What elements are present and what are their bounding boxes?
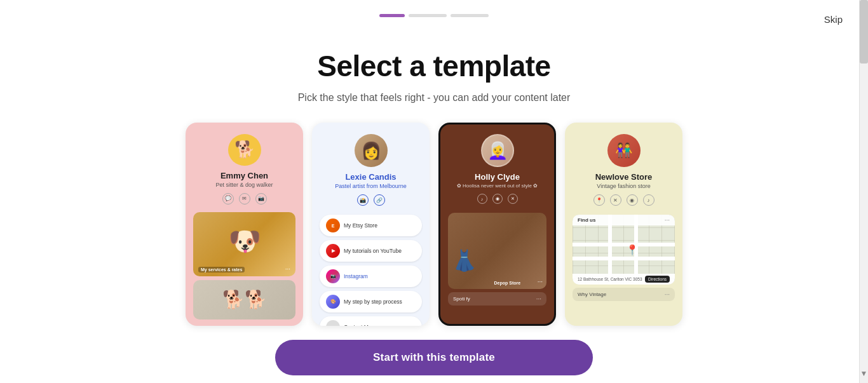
etsy-icon: E bbox=[326, 218, 340, 232]
vintage-bar[interactable]: Why Vintage ··· bbox=[573, 288, 675, 301]
link-etsy-label: My Etsy Store bbox=[344, 222, 377, 229]
cta-wrapper: Start with this template bbox=[0, 340, 868, 383]
link-process-label: My step by step process bbox=[344, 299, 402, 305]
map-more-icon: ··· bbox=[665, 217, 670, 224]
scrollbar-thumb-right[interactable] bbox=[860, 0, 868, 64]
card-subtitle: ✿ Hoolisa never went out of style ✿ bbox=[457, 183, 538, 189]
instagram-icon: 📷 bbox=[255, 193, 267, 205]
social-icons: 💬 ✉ 📷 bbox=[222, 193, 267, 205]
spotify-bar[interactable]: Spoti fy ··· bbox=[448, 292, 546, 306]
scrollbar-right[interactable]: ▼ bbox=[859, 0, 868, 383]
twitter-icon: ✕ bbox=[508, 194, 518, 204]
progress-step-2 bbox=[409, 14, 447, 17]
social-icons: 📍 ✕ ◉ ♪ bbox=[593, 194, 654, 206]
social-icons: 📸 🔗 bbox=[357, 194, 385, 206]
depop-label: Depop Store bbox=[494, 281, 521, 285]
scroll-down-icon[interactable]: ▼ bbox=[860, 369, 868, 378]
template-card-lexie-candis[interactable]: 👩 Lexie Candis Pastel artist from Melbou… bbox=[312, 123, 430, 326]
card-subtitle: Vintage fashion store bbox=[597, 183, 650, 189]
link-instagram[interactable]: 📷 Instagram bbox=[320, 265, 422, 287]
link-youtube[interactable]: ▶ My tutorials on YouTube bbox=[320, 240, 422, 262]
map-find-us-label: Find us bbox=[578, 217, 595, 223]
avatar-person-icon: 👩‍🦳 bbox=[487, 141, 508, 161]
progress-step-3 bbox=[451, 14, 489, 17]
page-subtitle: Pick the style that feels right - you ca… bbox=[0, 92, 868, 104]
map-header: Find us ··· bbox=[573, 215, 675, 225]
vintage-label: Why Vintage bbox=[578, 292, 606, 297]
card-image-dog: 🐶 My services & rates ··· bbox=[193, 212, 295, 276]
avatar: 👫 bbox=[607, 134, 641, 167]
instagram-icon: ◉ bbox=[492, 194, 503, 204]
card-name: Lexie Candis bbox=[345, 172, 396, 182]
instagram-icon: 📷 bbox=[326, 269, 340, 283]
header: Skip bbox=[0, 0, 868, 17]
template-card-newlove-store[interactable]: 👫 Newlove Store Vintage fashion store 📍 … bbox=[565, 123, 682, 326]
title-section: Select a template Pick the style that fe… bbox=[0, 49, 868, 104]
contact-icon: ✉ bbox=[326, 320, 340, 326]
twitter-icon: ✕ bbox=[610, 194, 621, 206]
youtube-icon: ▶ bbox=[326, 244, 340, 258]
dog-emoji: 🐶 bbox=[228, 225, 261, 257]
depop-image: 👗 Depop Store ··· bbox=[448, 213, 546, 289]
spotify-more-icon: ··· bbox=[536, 295, 541, 302]
dogs-emoji: 🐕🐕 bbox=[222, 289, 267, 310]
link-contact[interactable]: ✉ Contact Me bbox=[320, 316, 422, 326]
map-block: 📍 Find us ··· 12 Bathhouse St, Carlton V… bbox=[573, 215, 675, 285]
page-title: Select a template bbox=[0, 49, 868, 83]
link-contact-label: Contact Me bbox=[344, 324, 371, 326]
depop-more-icon: ··· bbox=[538, 278, 543, 285]
map-address-label: 12 Bathhouse St, Carlton VIC 3053 bbox=[578, 277, 642, 281]
avatar-dog-icon: 🐕 bbox=[234, 140, 255, 159]
map-pin-icon: 📍 bbox=[626, 244, 639, 256]
email-icon: ✉ bbox=[239, 193, 250, 205]
more-icon: ··· bbox=[285, 265, 290, 272]
template-card-holly-clyde[interactable]: 👩‍🦳 Holly Clyde ✿ Hoolisa never went out… bbox=[438, 123, 556, 326]
link-icon: 🔗 bbox=[374, 194, 385, 206]
map-road-horizontal-2 bbox=[573, 257, 675, 260]
spotify-label: Spoti fy bbox=[453, 296, 470, 302]
social-icons: ♪ ◉ ✕ bbox=[477, 194, 518, 204]
start-template-button[interactable]: Start with this template bbox=[275, 340, 593, 375]
map-footer: 12 Bathhouse St, Carlton VIC 3053 Direct… bbox=[573, 274, 675, 285]
templates-row: 🐕 Emmy Chen Pet sitter & dog walker 💬 ✉ … bbox=[0, 123, 868, 326]
card-image-dogs2: 🐕🐕 bbox=[193, 280, 295, 319]
card-subtitle: Pastel artist from Melbourne bbox=[335, 183, 407, 189]
fashion-emoji: 👗 bbox=[452, 248, 477, 272]
avatar: 👩‍🦳 bbox=[481, 134, 514, 167]
avatar: 👩 bbox=[355, 134, 388, 167]
avatar: 🐕 bbox=[228, 134, 261, 166]
photo-icon: 📸 bbox=[357, 194, 369, 206]
link-instagram-label: Instagram bbox=[344, 273, 368, 279]
card-name: Holly Clyde bbox=[475, 172, 520, 182]
avatar-person-icon: 👩 bbox=[361, 141, 381, 161]
tiktok-icon: ♪ bbox=[477, 194, 487, 204]
tiktok-icon: ♪ bbox=[643, 194, 654, 206]
card-subtitle: Pet sitter & dog walker bbox=[215, 182, 273, 188]
pin-icon: 📍 bbox=[593, 194, 605, 206]
map-road-horizontal bbox=[573, 243, 675, 246]
skip-button[interactable]: Skip bbox=[824, 14, 843, 25]
avatar-couple-icon: 👫 bbox=[615, 142, 632, 159]
card-name: Newlove Store bbox=[595, 172, 653, 182]
link-etsy[interactable]: E My Etsy Store bbox=[320, 215, 422, 236]
vintage-more-icon: ··· bbox=[665, 291, 670, 298]
process-icon: 🎨 bbox=[326, 295, 340, 309]
directions-button[interactable]: Directions bbox=[645, 276, 670, 283]
progress-step-1 bbox=[379, 14, 405, 17]
link-youtube-label: My tutorials on YouTube bbox=[344, 248, 402, 254]
card-image-label: My services & rates bbox=[198, 267, 245, 272]
template-card-emmy-chen[interactable]: 🐕 Emmy Chen Pet sitter & dog walker 💬 ✉ … bbox=[186, 123, 303, 326]
instagram-icon2: ◉ bbox=[627, 194, 638, 206]
card-name: Emmy Chen bbox=[220, 171, 268, 180]
whatsapp-icon: 💬 bbox=[222, 193, 234, 205]
link-process[interactable]: 🎨 My step by step process bbox=[320, 291, 422, 312]
progress-bar bbox=[379, 14, 489, 17]
